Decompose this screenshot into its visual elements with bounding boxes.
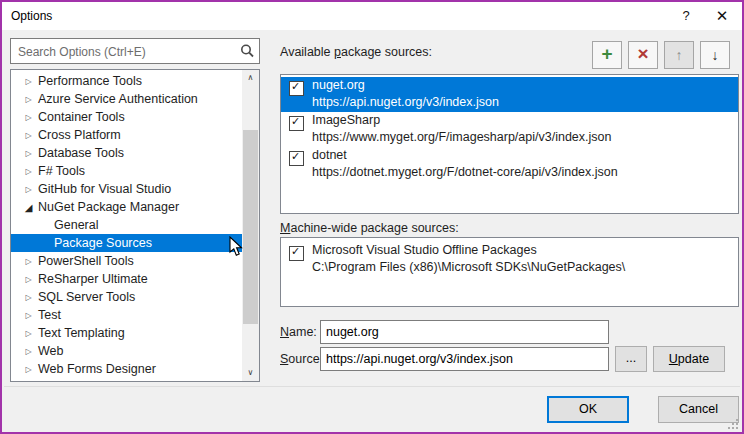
update-button[interactable]: Update <box>653 346 725 372</box>
tree-item-container-tools[interactable]: ▷Container Tools <box>11 108 259 126</box>
browse-button[interactable]: ... <box>615 346 647 372</box>
tree-item-fsharp-tools[interactable]: ▷F# Tools <box>11 162 259 180</box>
tree-item-web-performance-test-tools[interactable]: ▷Web Performance Test Tools <box>11 378 259 382</box>
tree-item-resharper-ultimate[interactable]: ▷ReSharper Ultimate <box>11 270 259 288</box>
search-icon <box>239 43 255 59</box>
check-icon: ✓ <box>291 80 300 93</box>
tree-item-performance-tools[interactable]: ▷Performance Tools <box>11 72 259 90</box>
help-button[interactable]: ? <box>670 2 702 30</box>
search-box <box>10 38 260 64</box>
tree-item-package-sources[interactable]: Package Sources <box>11 234 259 252</box>
ok-button[interactable]: OK <box>547 396 629 423</box>
collapse-icon[interactable]: ◢ <box>22 202 35 213</box>
package-sources-list: ✓ nuget.org https://api.nuget.org/v3/ind… <box>280 74 739 214</box>
machine-wide-sources-label: Machine-wide package sources: <box>280 221 459 235</box>
expand-icon[interactable]: ▷ <box>22 77 35 86</box>
checkbox[interactable]: ✓ <box>289 116 304 131</box>
arrow-up-icon: ↑ <box>665 42 693 68</box>
move-down-button[interactable]: ↓ <box>700 41 730 69</box>
tree-item-text-templating[interactable]: ▷Text Templating <box>11 324 259 342</box>
tree-item-general[interactable]: General <box>11 216 259 234</box>
expand-icon[interactable]: ▷ <box>22 347 35 356</box>
source-label: Source: <box>280 352 323 366</box>
tree-item-azure-service-authentication[interactable]: ▷Azure Service Authentication <box>11 90 259 108</box>
expand-icon[interactable]: ▷ <box>22 95 35 104</box>
checkbox[interactable]: ✓ <box>289 246 304 261</box>
expand-icon[interactable]: ▷ <box>22 131 35 140</box>
add-source-button[interactable]: + <box>592 41 622 69</box>
close-button[interactable]: ✕ <box>706 2 738 30</box>
scrollbar-thumb[interactable] <box>243 130 258 324</box>
tree-item-web[interactable]: ▷Web <box>11 342 259 360</box>
name-label: Name: <box>280 325 317 339</box>
name-field[interactable] <box>320 320 609 344</box>
tree-item-sql-server-tools[interactable]: ▷SQL Server Tools <box>11 288 259 306</box>
source-field[interactable] <box>320 347 609 371</box>
source-item-nuget-org[interactable]: ✓ nuget.org https://api.nuget.org/v3/ind… <box>281 77 738 112</box>
expand-icon[interactable]: ▷ <box>22 113 35 122</box>
source-item-vs-offline-packages[interactable]: ✓ Microsoft Visual Studio Offline Packag… <box>281 242 738 277</box>
footer-separator <box>4 386 740 387</box>
options-tree: ▷Performance Tools ▷Azure Service Authen… <box>10 69 260 382</box>
expand-icon[interactable]: ▷ <box>22 329 35 338</box>
expand-icon[interactable]: ▷ <box>22 185 35 194</box>
machine-wide-sources-list: ✓ Microsoft Visual Studio Offline Packag… <box>280 237 739 307</box>
check-icon: ✓ <box>291 150 300 163</box>
x-icon: × <box>629 42 657 66</box>
scroll-up-icon[interactable]: ∧ <box>242 70 259 86</box>
expand-icon[interactable]: ▷ <box>22 149 35 158</box>
source-item-imagesharp[interactable]: ✓ ImageSharp https://www.myget.org/F/ima… <box>281 112 738 147</box>
available-package-sources-label: Available package sources: <box>280 45 432 59</box>
tree-item-github-for-visual-studio[interactable]: ▷GitHub for Visual Studio <box>11 180 259 198</box>
checkbox[interactable]: ✓ <box>289 81 304 96</box>
search-input[interactable] <box>16 41 232 63</box>
arrow-down-icon: ↓ <box>701 42 729 68</box>
checkbox[interactable]: ✓ <box>289 151 304 166</box>
window-title: Options <box>11 9 52 23</box>
expand-icon[interactable]: ▷ <box>22 311 35 320</box>
check-icon: ✓ <box>291 245 300 258</box>
resize-grip[interactable] <box>725 416 738 429</box>
expand-icon[interactable]: ▷ <box>22 293 35 302</box>
title-bar: Options ? ✕ <box>2 2 742 30</box>
expand-icon[interactable]: ▷ <box>22 257 35 266</box>
tree-item-database-tools[interactable]: ▷Database Tools <box>11 144 259 162</box>
source-item-dotnet[interactable]: ✓ dotnet https://dotnet.myget.org/F/dotn… <box>281 147 738 182</box>
scroll-down-icon[interactable]: ∨ <box>242 365 259 381</box>
tree-item-web-forms-designer[interactable]: ▷Web Forms Designer <box>11 360 259 378</box>
options-dialog: Options ? ✕ ▷Performance Tools ▷Azure Se… <box>0 0 744 434</box>
plus-icon: + <box>593 42 621 66</box>
expand-icon[interactable]: ▷ <box>22 275 35 284</box>
tree-item-test[interactable]: ▷Test <box>11 306 259 324</box>
tree-item-powershell-tools[interactable]: ▷PowerShell Tools <box>11 252 259 270</box>
move-up-button[interactable]: ↑ <box>664 41 694 69</box>
remove-source-button[interactable]: × <box>628 41 658 69</box>
tree-item-nuget-package-manager[interactable]: ◢NuGet Package Manager <box>11 198 259 216</box>
expand-icon[interactable]: ▷ <box>22 365 35 374</box>
expand-icon[interactable]: ▷ <box>22 167 35 176</box>
tree-item-cross-platform[interactable]: ▷Cross Platform <box>11 126 259 144</box>
check-icon: ✓ <box>291 115 300 128</box>
tree-scrollbar[interactable]: ∧ ∨ <box>242 70 259 381</box>
